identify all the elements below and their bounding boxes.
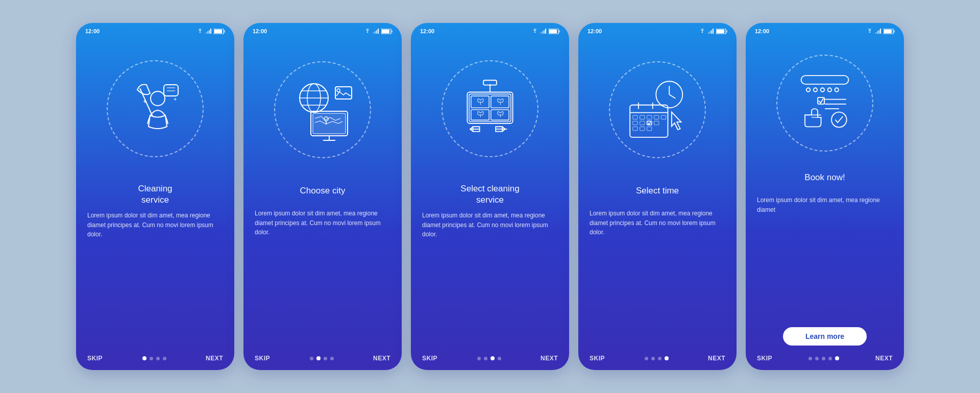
svg-rect-39 [549,29,557,33]
dot-2-1 [316,356,321,360]
dot-1-3 [163,357,166,360]
dot-1-2 [156,357,160,360]
dot-5-3 [828,357,832,360]
wifi-icon [197,29,204,34]
bottom-nav-5: SKIP NEXT [746,351,904,370]
skip-btn-3[interactable]: SKIP [422,355,437,362]
svg-point-91 [814,88,817,91]
signal-icon-5 [875,29,881,34]
next-btn-4[interactable]: NEXT [708,355,725,362]
screen-title-4: Select time [624,178,691,207]
svg-rect-20 [391,30,393,33]
select-service-icon-circle [442,60,538,157]
screen-title-5: Book now! [792,165,857,193]
dot-1-0 [142,356,146,360]
screen-title-3: Select cleaning service [448,176,531,209]
svg-rect-82 [875,32,876,34]
dots-3 [477,356,501,360]
time-2: 12:00 [253,28,267,34]
svg-rect-6 [224,30,225,33]
battery-icon-4 [716,29,727,34]
svg-point-94 [835,88,839,91]
icon-area-5 [746,36,904,165]
status-bar-5: 12:00 [746,23,904,36]
svg-rect-16 [376,30,377,34]
screen-body-1: Lorem ipsum dolor sit dim amet, mea regi… [76,209,234,351]
wifi-icon-4 [699,29,706,34]
svg-rect-61 [726,30,727,33]
skip-btn-1[interactable]: SKIP [87,355,103,362]
svg-rect-37 [545,29,546,34]
screen-body-2: Lorem ipsum dolor sit dim amet, mea regi… [243,207,402,351]
next-btn-3[interactable]: NEXT [541,355,558,362]
next-btn-2[interactable]: NEXT [373,355,390,362]
battery-icon-5 [884,29,895,34]
status-bar-3: 12:00 [411,23,569,36]
status-icons-3 [531,29,560,34]
screen-body-4: Lorem ipsum dolor sit dim amet, mea regi… [578,207,737,351]
battery-icon-3 [549,29,560,34]
svg-rect-88 [894,30,895,33]
phone-screen-3: 12:00 [411,23,569,370]
next-btn-5[interactable]: NEXT [875,355,893,362]
dot-5-4 [835,356,839,360]
svg-rect-15 [375,31,376,34]
choose-city-icon [289,77,356,143]
battery-icon-2 [381,29,393,34]
dot-4-2 [658,357,662,360]
dots-4 [645,356,669,360]
svg-rect-89 [801,76,849,84]
svg-rect-35 [542,31,543,34]
city-icon-circle [274,61,371,158]
select-time-icon-circle [609,61,706,158]
svg-text:✦: ✦ [173,96,177,102]
signal-icon-3 [541,29,547,34]
dot-3-1 [484,357,487,360]
signal-icon-4 [708,29,714,34]
wifi-icon-3 [531,29,538,34]
wifi-icon-2 [364,29,371,34]
select-time-icon [624,77,691,143]
status-icons-4 [699,29,727,34]
svg-rect-19 [382,29,389,33]
svg-rect-70 [640,115,645,119]
skip-btn-5[interactable]: SKIP [757,355,772,362]
status-bar-4: 12:00 [578,23,737,36]
next-btn-1[interactable]: NEXT [206,355,223,362]
svg-rect-60 [717,29,724,33]
book-now-icon-circle [776,55,873,152]
phone-screen-1: 12:00 [76,23,234,370]
svg-rect-3 [210,29,211,34]
dot-1-1 [150,357,153,360]
skip-btn-2[interactable]: SKIP [255,355,270,362]
status-bar-2: 12:00 [243,23,402,36]
time-5: 12:00 [755,28,769,34]
svg-rect-71 [647,115,652,119]
status-icons-1 [197,29,225,34]
status-icons-5 [866,29,895,34]
svg-rect-78 [633,127,638,130]
skip-btn-4[interactable]: SKIP [590,355,605,362]
battery-icon [214,29,225,34]
phone-screen-5: 12:00 [746,23,904,370]
svg-text:✦: ✦ [142,98,148,105]
learn-more-button[interactable]: Learn more [783,327,867,346]
svg-rect-14 [373,32,374,34]
status-icons-2 [364,29,393,34]
screens-container: 12:00 [76,23,904,370]
dot-5-0 [808,357,812,360]
screen-title-1: Cleaning service [126,176,184,209]
svg-rect-74 [633,121,638,125]
phone-screen-4: 12:00 [578,23,737,370]
dot-5-1 [815,357,819,360]
svg-rect-2 [209,30,210,34]
svg-point-7 [151,91,165,106]
svg-rect-84 [878,30,879,34]
bottom-nav-1: SKIP NEXT [76,351,234,370]
svg-rect-75 [640,121,645,125]
dot-2-0 [310,357,313,360]
wifi-icon-5 [866,29,873,34]
dots-1 [142,356,166,360]
svg-rect-40 [559,30,560,33]
svg-rect-1 [207,31,208,34]
